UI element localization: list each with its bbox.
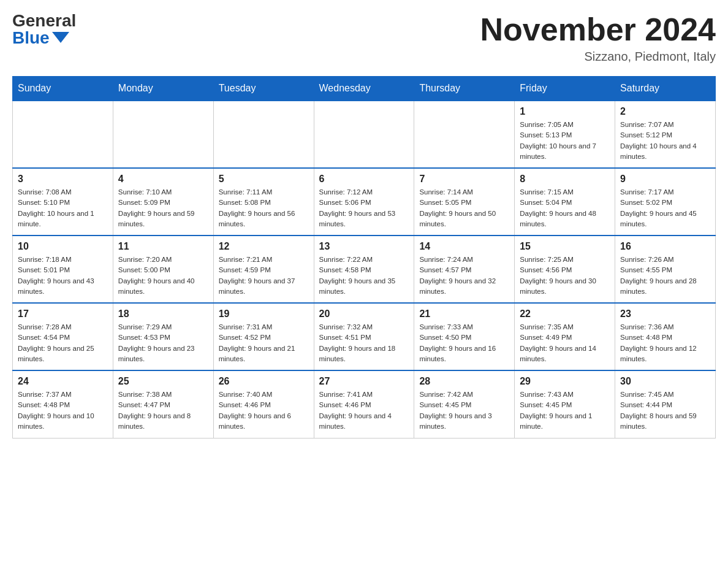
calendar-cell: 19Sunrise: 7:31 AMSunset: 4:52 PMDayligh… bbox=[213, 303, 314, 370]
day-number: 5 bbox=[219, 174, 309, 185]
day-number: 15 bbox=[520, 241, 610, 252]
day-number: 1 bbox=[520, 106, 610, 117]
calendar-cell: 21Sunrise: 7:33 AMSunset: 4:50 PMDayligh… bbox=[414, 303, 515, 370]
day-info: Sunrise: 7:40 AMSunset: 4:46 PMDaylight:… bbox=[219, 389, 309, 432]
day-number: 11 bbox=[118, 241, 208, 252]
day-number: 12 bbox=[219, 241, 309, 252]
calendar-cell: 23Sunrise: 7:36 AMSunset: 4:48 PMDayligh… bbox=[615, 303, 716, 370]
day-number: 23 bbox=[620, 308, 710, 320]
day-number: 7 bbox=[419, 174, 509, 185]
calendar-cell: 25Sunrise: 7:38 AMSunset: 4:47 PMDayligh… bbox=[113, 370, 213, 438]
calendar-cell: 15Sunrise: 7:25 AMSunset: 4:56 PMDayligh… bbox=[515, 236, 615, 303]
day-info: Sunrise: 7:24 AMSunset: 4:57 PMDaylight:… bbox=[419, 255, 509, 297]
day-info: Sunrise: 7:31 AMSunset: 4:52 PMDaylight:… bbox=[219, 322, 309, 364]
day-number: 16 bbox=[620, 241, 710, 252]
calendar-cell: 6Sunrise: 7:12 AMSunset: 5:06 PMDaylight… bbox=[314, 168, 414, 236]
page-header: General Blue November 2024 Sizzano, Pied… bbox=[12, 12, 716, 64]
logo-arrow-icon bbox=[52, 32, 69, 43]
day-number: 17 bbox=[18, 308, 108, 320]
weekday-header-wednesday: Wednesday bbox=[314, 77, 414, 101]
calendar-table: SundayMondayTuesdayWednesdayThursdayFrid… bbox=[12, 76, 716, 439]
calendar-cell bbox=[314, 101, 414, 168]
day-info: Sunrise: 7:21 AMSunset: 4:59 PMDaylight:… bbox=[219, 255, 309, 297]
calendar-cell bbox=[13, 101, 113, 168]
calendar-week-row: 17Sunrise: 7:28 AMSunset: 4:54 PMDayligh… bbox=[13, 303, 716, 370]
month-title: November 2024 bbox=[480, 12, 716, 47]
day-info: Sunrise: 7:38 AMSunset: 4:47 PMDaylight:… bbox=[118, 389, 208, 432]
logo-blue-text: Blue bbox=[12, 29, 69, 47]
day-number: 6 bbox=[319, 174, 409, 185]
day-number: 29 bbox=[520, 376, 610, 387]
calendar-week-row: 10Sunrise: 7:18 AMSunset: 5:01 PMDayligh… bbox=[13, 236, 716, 303]
calendar-cell: 3Sunrise: 7:08 AMSunset: 5:10 PMDaylight… bbox=[13, 168, 113, 236]
day-number: 8 bbox=[520, 174, 610, 185]
weekday-header-thursday: Thursday bbox=[414, 77, 515, 101]
calendar-cell: 26Sunrise: 7:40 AMSunset: 4:46 PMDayligh… bbox=[213, 370, 314, 438]
day-number: 2 bbox=[620, 106, 710, 117]
day-info: Sunrise: 7:05 AMSunset: 5:13 PMDaylight:… bbox=[520, 120, 610, 162]
day-info: Sunrise: 7:41 AMSunset: 4:46 PMDaylight:… bbox=[319, 389, 409, 432]
calendar-cell: 24Sunrise: 7:37 AMSunset: 4:48 PMDayligh… bbox=[13, 370, 113, 438]
day-number: 27 bbox=[319, 376, 409, 387]
calendar-cell: 14Sunrise: 7:24 AMSunset: 4:57 PMDayligh… bbox=[414, 236, 515, 303]
calendar-cell bbox=[213, 101, 314, 168]
calendar-cell: 17Sunrise: 7:28 AMSunset: 4:54 PMDayligh… bbox=[13, 303, 113, 370]
calendar-cell: 12Sunrise: 7:21 AMSunset: 4:59 PMDayligh… bbox=[213, 236, 314, 303]
day-number: 3 bbox=[18, 174, 108, 185]
day-info: Sunrise: 7:12 AMSunset: 5:06 PMDaylight:… bbox=[319, 187, 409, 229]
weekday-header-saturday: Saturday bbox=[615, 77, 716, 101]
calendar-header-row: SundayMondayTuesdayWednesdayThursdayFrid… bbox=[13, 77, 716, 101]
calendar-cell: 2Sunrise: 7:07 AMSunset: 5:12 PMDaylight… bbox=[615, 101, 716, 168]
day-info: Sunrise: 7:36 AMSunset: 4:48 PMDaylight:… bbox=[620, 322, 710, 364]
day-info: Sunrise: 7:35 AMSunset: 4:49 PMDaylight:… bbox=[520, 322, 610, 364]
calendar-week-row: 1Sunrise: 7:05 AMSunset: 5:13 PMDaylight… bbox=[13, 101, 716, 168]
day-number: 25 bbox=[118, 376, 208, 387]
title-block: November 2024 Sizzano, Piedmont, Italy bbox=[480, 12, 716, 64]
day-number: 10 bbox=[18, 241, 108, 252]
day-info: Sunrise: 7:25 AMSunset: 4:56 PMDaylight:… bbox=[520, 255, 610, 297]
day-info: Sunrise: 7:37 AMSunset: 4:48 PMDaylight:… bbox=[18, 389, 108, 432]
day-number: 9 bbox=[620, 174, 710, 185]
weekday-header-tuesday: Tuesday bbox=[213, 77, 314, 101]
calendar-cell: 10Sunrise: 7:18 AMSunset: 5:01 PMDayligh… bbox=[13, 236, 113, 303]
calendar-cell bbox=[414, 101, 515, 168]
calendar-cell: 13Sunrise: 7:22 AMSunset: 4:58 PMDayligh… bbox=[314, 236, 414, 303]
day-info: Sunrise: 7:08 AMSunset: 5:10 PMDaylight:… bbox=[18, 187, 108, 229]
day-info: Sunrise: 7:28 AMSunset: 4:54 PMDaylight:… bbox=[18, 322, 108, 364]
calendar-cell: 4Sunrise: 7:10 AMSunset: 5:09 PMDaylight… bbox=[113, 168, 213, 236]
day-info: Sunrise: 7:18 AMSunset: 5:01 PMDaylight:… bbox=[18, 255, 108, 297]
weekday-header-sunday: Sunday bbox=[13, 77, 113, 101]
calendar-cell: 9Sunrise: 7:17 AMSunset: 5:02 PMDaylight… bbox=[615, 168, 716, 236]
day-number: 20 bbox=[319, 308, 409, 320]
location-subtitle: Sizzano, Piedmont, Italy bbox=[480, 50, 716, 64]
calendar-cell: 8Sunrise: 7:15 AMSunset: 5:04 PMDaylight… bbox=[515, 168, 615, 236]
day-info: Sunrise: 7:26 AMSunset: 4:55 PMDaylight:… bbox=[620, 255, 710, 297]
day-number: 24 bbox=[18, 376, 108, 387]
calendar-cell bbox=[113, 101, 213, 168]
day-info: Sunrise: 7:10 AMSunset: 5:09 PMDaylight:… bbox=[118, 187, 208, 229]
weekday-header-friday: Friday bbox=[515, 77, 615, 101]
day-info: Sunrise: 7:17 AMSunset: 5:02 PMDaylight:… bbox=[620, 187, 710, 229]
calendar-week-row: 24Sunrise: 7:37 AMSunset: 4:48 PMDayligh… bbox=[13, 370, 716, 438]
day-number: 28 bbox=[419, 376, 509, 387]
day-info: Sunrise: 7:14 AMSunset: 5:05 PMDaylight:… bbox=[419, 187, 509, 229]
day-number: 21 bbox=[419, 308, 509, 320]
day-number: 4 bbox=[118, 174, 208, 185]
day-number: 26 bbox=[219, 376, 309, 387]
day-info: Sunrise: 7:20 AMSunset: 5:00 PMDaylight:… bbox=[118, 255, 208, 297]
day-info: Sunrise: 7:43 AMSunset: 4:45 PMDaylight:… bbox=[520, 389, 610, 432]
calendar-cell: 22Sunrise: 7:35 AMSunset: 4:49 PMDayligh… bbox=[515, 303, 615, 370]
calendar-cell: 7Sunrise: 7:14 AMSunset: 5:05 PMDaylight… bbox=[414, 168, 515, 236]
calendar-cell: 5Sunrise: 7:11 AMSunset: 5:08 PMDaylight… bbox=[213, 168, 314, 236]
day-number: 18 bbox=[118, 308, 208, 320]
day-info: Sunrise: 7:33 AMSunset: 4:50 PMDaylight:… bbox=[419, 322, 509, 364]
day-info: Sunrise: 7:32 AMSunset: 4:51 PMDaylight:… bbox=[319, 322, 409, 364]
day-number: 13 bbox=[319, 241, 409, 252]
weekday-header-monday: Monday bbox=[113, 77, 213, 101]
day-info: Sunrise: 7:42 AMSunset: 4:45 PMDaylight:… bbox=[419, 389, 509, 432]
calendar-cell: 16Sunrise: 7:26 AMSunset: 4:55 PMDayligh… bbox=[615, 236, 716, 303]
day-number: 14 bbox=[419, 241, 509, 252]
logo-general-text: General bbox=[12, 12, 76, 29]
day-number: 19 bbox=[219, 308, 309, 320]
calendar-cell: 11Sunrise: 7:20 AMSunset: 5:00 PMDayligh… bbox=[113, 236, 213, 303]
